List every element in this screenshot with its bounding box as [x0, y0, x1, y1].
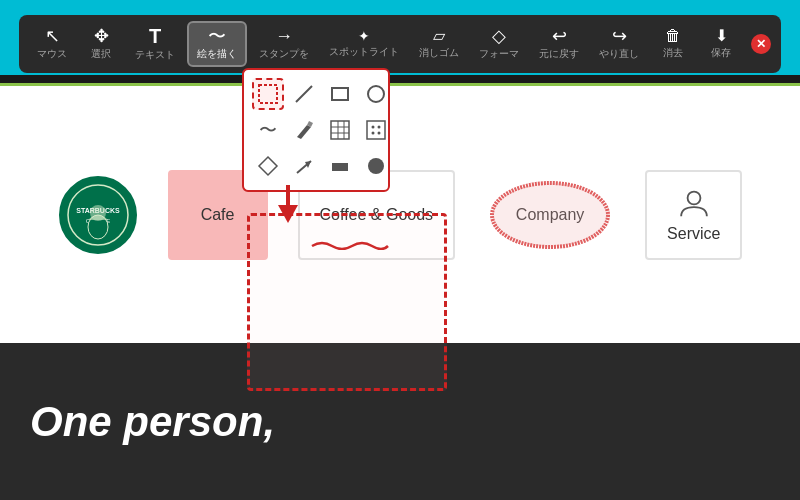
- delete-icon: 🗑: [665, 28, 681, 44]
- svg-point-18: [372, 126, 375, 129]
- svg-rect-10: [332, 88, 348, 100]
- toolbar-select[interactable]: ✥ 選択: [79, 23, 123, 65]
- toolbar-spotlight[interactable]: ✦ スポットライト: [321, 25, 407, 63]
- toolbar-text[interactable]: T テキスト: [127, 22, 183, 66]
- svg-marker-27: [278, 205, 298, 223]
- person-icon: [676, 187, 712, 220]
- lasso-icon: [257, 83, 279, 105]
- toolbar-undo-label: 元に戻す: [539, 47, 579, 61]
- rect-fill-icon: [329, 155, 351, 177]
- diamond-icon: [257, 155, 279, 177]
- dashed-selection-box: [247, 213, 447, 391]
- bottom-text: One person,: [30, 398, 275, 446]
- circle-fill-icon: [365, 155, 387, 177]
- nav-card-company[interactable]: Company: [485, 170, 615, 260]
- hand-oval-decoration: [486, 177, 614, 253]
- dotgrid-icon: [365, 119, 387, 141]
- service-label: Service: [667, 225, 720, 243]
- starbucks-logo: STARBUCKS COFFEE: [58, 175, 138, 255]
- draw-tool-dotgrid[interactable]: [360, 114, 392, 146]
- nav-card-service[interactable]: Service: [645, 170, 742, 260]
- toolbar-redo-label: やり直し: [599, 47, 639, 61]
- toolbar-delete-label: 消去: [663, 46, 683, 60]
- draw-tool-diamond[interactable]: [252, 150, 284, 182]
- toolbar-forma-label: フォーマ: [479, 47, 519, 61]
- svg-point-25: [368, 158, 384, 174]
- toolbar-text-label: テキスト: [135, 48, 175, 62]
- toolbar-undo[interactable]: ↩ 元に戻す: [531, 23, 587, 65]
- toolbar-draw-label: 絵を描く: [197, 47, 237, 61]
- cafe-label: Cafe: [201, 206, 235, 224]
- toolbar-select-label: 選択: [91, 47, 111, 61]
- draw-tool-circle-fill[interactable]: [360, 150, 392, 182]
- toolbar-redo[interactable]: ↪ やり直し: [591, 23, 647, 65]
- svg-point-7: [687, 191, 700, 204]
- toolbar: ↖ マウス ✥ 選択 T テキスト 〜 絵を描く → スタンプを ✦ スポットラ…: [19, 15, 781, 73]
- close-button[interactable]: ✕: [751, 34, 771, 54]
- draw-tool-lasso[interactable]: [252, 78, 284, 110]
- toolbar-eraser-label: 消しゴム: [419, 46, 459, 60]
- toolbar-mouse-label: マウス: [37, 47, 67, 61]
- rect-icon: [329, 83, 351, 105]
- undo-icon: ↩: [552, 27, 567, 45]
- toolbar-stamp[interactable]: → スタンプを: [251, 23, 317, 65]
- svg-point-19: [378, 126, 381, 129]
- toolbar-mouse[interactable]: ↖ マウス: [29, 23, 75, 65]
- svg-rect-24: [332, 163, 348, 171]
- svg-rect-8: [259, 85, 277, 103]
- draw-tool-rect[interactable]: [324, 78, 356, 110]
- toolbar-draw[interactable]: 〜 絵を描く: [187, 21, 247, 67]
- toolbar-save-label: 保存: [711, 46, 731, 60]
- svg-line-9: [296, 86, 312, 102]
- redo-icon: ↪: [612, 27, 627, 45]
- forma-icon: ◇: [492, 27, 506, 45]
- toolbar-delete[interactable]: 🗑 消去: [651, 24, 695, 64]
- toolbar-save[interactable]: ⬇ 保存: [699, 24, 743, 64]
- svg-marker-22: [259, 157, 277, 175]
- wave-icon: 〜: [259, 118, 277, 142]
- draw-tool-wave[interactable]: 〜: [252, 114, 284, 146]
- draw-tool-circle[interactable]: [360, 78, 392, 110]
- red-arrow: [273, 185, 303, 229]
- draw-icon: 〜: [208, 27, 226, 45]
- toolbar-forma[interactable]: ◇ フォーマ: [471, 23, 527, 65]
- spotlight-icon: ✦: [358, 29, 370, 43]
- close-icon: ✕: [756, 37, 766, 51]
- svg-rect-12: [331, 121, 349, 139]
- line-icon: [293, 83, 315, 105]
- draw-tools-popup: 〜: [242, 68, 390, 192]
- select-icon: ✥: [94, 27, 109, 45]
- draw-tools-grid: 〜: [252, 78, 380, 182]
- draw-tool-pencil[interactable]: [288, 114, 320, 146]
- eraser-icon: ▱: [433, 28, 445, 44]
- text-icon: T: [149, 26, 161, 46]
- svg-point-21: [378, 132, 381, 135]
- save-icon: ⬇: [715, 28, 728, 44]
- toolbar-eraser[interactable]: ▱ 消しゴム: [411, 24, 467, 64]
- pencil-icon: [293, 119, 315, 141]
- draw-tool-line[interactable]: [288, 78, 320, 110]
- grid-icon: [329, 119, 351, 141]
- svg-point-5: [90, 205, 106, 221]
- toolbar-stamp-label: スタンプを: [259, 47, 309, 61]
- draw-tool-arrow[interactable]: [288, 150, 320, 182]
- draw-tool-rect-fill[interactable]: [324, 150, 356, 182]
- svg-point-11: [368, 86, 384, 102]
- svg-point-20: [372, 132, 375, 135]
- toolbar-spotlight-label: スポットライト: [329, 45, 399, 59]
- arrow-icon: [293, 155, 315, 177]
- mouse-icon: ↖: [45, 27, 60, 45]
- svg-point-6: [492, 183, 608, 247]
- draw-tool-grid[interactable]: [324, 114, 356, 146]
- nav-strip: [0, 75, 800, 83]
- stamp-icon: →: [275, 27, 293, 45]
- circle-icon: [365, 83, 387, 105]
- svg-rect-17: [367, 121, 385, 139]
